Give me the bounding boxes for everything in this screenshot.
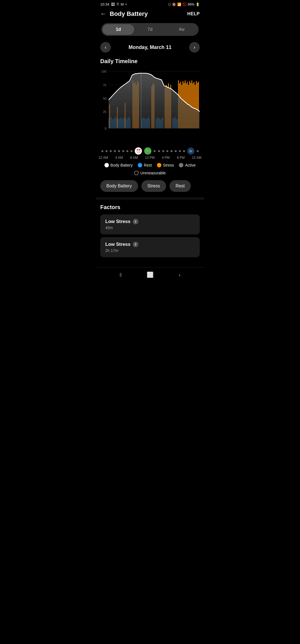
gmail-icon: M — [121, 2, 124, 6]
factor-card-1: Low Stress i 45m — [100, 214, 200, 234]
factor-card-1-title-row: Low Stress i — [105, 219, 195, 224]
mute-icon: 🔇 — [172, 3, 176, 6]
period-1d[interactable]: 1d — [102, 24, 134, 35]
factor-1-value: 45m — [105, 226, 195, 230]
legend-active-label: Active — [185, 163, 196, 167]
timeline-dot — [118, 150, 120, 152]
next-date-button[interactable]: › — [189, 42, 200, 53]
filter-rest-button[interactable]: Rest — [169, 180, 191, 192]
timeline-dot — [175, 150, 177, 152]
svg-text:25: 25 — [103, 110, 106, 113]
legend-stress: Stress — [157, 163, 174, 167]
time-axis-labels: 12 AM 4 AM 8 AM 12 PM 4 PM 8 PM 12 AM — [96, 155, 204, 160]
current-date: Monday, March 11 — [129, 44, 172, 50]
legend-unmeasurable-label: Unmeasurable — [140, 171, 166, 175]
period-4w[interactable]: 4w — [166, 24, 198, 35]
timeline-dot — [183, 150, 185, 152]
rest-dot — [138, 163, 142, 167]
battery-percent: 86% — [188, 3, 194, 6]
timeline-dot — [122, 150, 124, 152]
back-nav-button[interactable]: ‹ — [179, 272, 181, 278]
timeline-dot — [171, 150, 172, 152]
svg-text:100: 100 — [101, 70, 106, 73]
time-label-4pm: 4 PM — [162, 156, 170, 160]
bottom-nav: ⦀ ⬜ ‹ — [96, 267, 204, 282]
home-button[interactable]: ⬜ — [147, 271, 154, 278]
chart-legend: Body Battery Rest Stress Active Unmeasur… — [96, 160, 204, 177]
timeline-dots-row: ⏰ 🚶 Zz — [96, 146, 204, 155]
back-button[interactable]: ← — [100, 10, 106, 18]
time-label-12pm: 12 PM — [145, 156, 155, 160]
page-header: ← Body Battery HELP — [96, 8, 204, 20]
time-label-4am: 4 AM — [115, 156, 123, 160]
timeline-dot — [179, 150, 181, 152]
legend-body-battery-label: Body Battery — [111, 163, 133, 167]
status-left: 10:34 🖼 ⠿ M • — [100, 2, 127, 6]
timeline-dot — [197, 150, 199, 152]
factors-title: Factors — [100, 204, 200, 210]
stress-dot — [157, 163, 161, 167]
time-label-8pm: 8 PM — [177, 156, 185, 160]
factor-card-2-title-row: Low Stress i — [105, 242, 195, 247]
help-button[interactable]: HELP — [187, 11, 200, 16]
page-title: Body Battery — [110, 10, 148, 18]
timeline-dot — [114, 150, 116, 152]
svg-text:75: 75 — [103, 83, 106, 86]
body-battery-chart: 100 75 50 25 0 — [100, 68, 200, 146]
filter-buttons-row: Body Battery Stress Rest — [96, 177, 204, 197]
svg-text:0: 0 — [105, 127, 106, 130]
active-dot — [179, 163, 183, 167]
factors-section: Factors Low Stress i 45m Low Stress i 2h… — [96, 200, 204, 264]
legend-active: Active — [179, 163, 196, 167]
timeline-dot — [110, 150, 112, 152]
chart-svg: 100 75 50 25 0 — [100, 68, 200, 146]
filter-stress-button[interactable]: Stress — [141, 180, 166, 192]
factor-1-title-text: Low Stress — [105, 219, 131, 224]
section-divider — [96, 197, 204, 200]
svg-text:50: 50 — [103, 97, 106, 100]
period-selector: 1d 7d 4w — [101, 23, 199, 36]
factor-2-info-icon[interactable]: i — [133, 242, 138, 247]
legend-unmeasurable: Unmeasurable — [134, 171, 166, 175]
timeline-dot — [131, 150, 132, 152]
legend-body-battery: Body Battery — [104, 163, 133, 167]
legend-stress-label: Stress — [163, 163, 174, 167]
next-arrow-icon: › — [194, 44, 195, 50]
alarm-icon: ⏰ — [135, 147, 142, 155]
timeline-dot — [166, 150, 168, 152]
status-bar: 10:34 🖼 ⠿ M • ⬡ 🔇 📶 🚫 86% 🔋 — [96, 0, 204, 8]
daily-timeline-title: Daily Timeline — [96, 56, 204, 66]
timeline-dot — [126, 150, 128, 152]
timeline-dot — [158, 150, 160, 152]
time-label-12am-end: 12 AM — [192, 156, 201, 160]
factor-2-title-text: Low Stress — [105, 242, 131, 247]
legend-rest-label: Rest — [144, 163, 152, 167]
no-sim-icon: 🚫 — [182, 3, 187, 6]
date-navigation: ‹ Monday, March 11 › — [96, 39, 204, 56]
timeline-dot — [106, 150, 108, 152]
time-label-8am: 8 AM — [130, 156, 138, 160]
filter-body-battery-button[interactable]: Body Battery — [100, 180, 138, 192]
timeline-dot — [101, 150, 103, 152]
factor-1-info-icon[interactable]: i — [133, 219, 138, 224]
bluetooth-icon: ⬡ — [168, 3, 171, 6]
body-battery-dot — [104, 163, 109, 167]
factor-card-2: Low Stress i 2h 17m — [100, 237, 200, 257]
wifi-icon: 📶 — [177, 3, 181, 6]
unmeasurable-dot — [134, 171, 139, 175]
sleep-icon: Zz — [187, 147, 194, 155]
period-7d[interactable]: 7d — [134, 24, 166, 35]
timeline-dot — [154, 150, 156, 152]
recent-apps-button[interactable]: ⦀ — [119, 272, 122, 278]
prev-arrow-icon: ‹ — [105, 44, 106, 50]
time-display: 10:34 — [100, 2, 109, 6]
factor-2-value: 2h 17m — [105, 248, 195, 253]
timeline-dot — [162, 150, 164, 152]
header-left: ← Body Battery — [100, 10, 148, 18]
prev-date-button[interactable]: ‹ — [100, 42, 111, 53]
legend-rest: Rest — [138, 163, 152, 167]
walk-icon: 🚶 — [144, 147, 151, 155]
grid-icon: ⠿ — [116, 2, 119, 6]
status-right: ⬡ 🔇 📶 🚫 86% 🔋 — [168, 3, 200, 6]
dot-indicator: • — [125, 2, 127, 6]
